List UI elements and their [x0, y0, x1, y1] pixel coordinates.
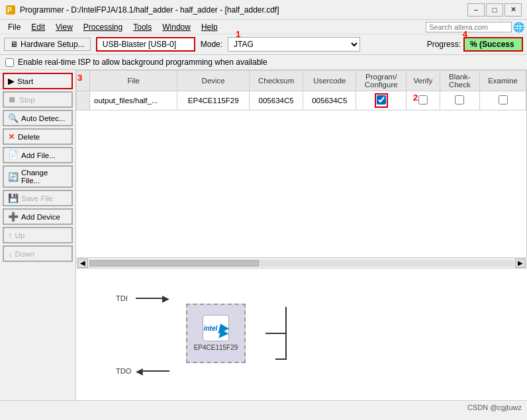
- tdi-label: TDI: [116, 294, 136, 302]
- menu-processing[interactable]: Processing: [78, 21, 128, 33]
- chip-label: EP4CE115F29: [194, 344, 238, 351]
- tdi-row: TDI ▶: [116, 293, 287, 304]
- sidebar: ▶ Start ⏹ Stop 🔍 Auto Detec... ✕ Delete …: [0, 70, 76, 400]
- verify-cell[interactable]: [407, 91, 440, 110]
- col-file: File: [90, 71, 177, 91]
- change-file-label: Change File...: [21, 169, 68, 185]
- add-file-label: Add File...: [21, 151, 56, 159]
- menu-file[interactable]: File: [3, 21, 26, 33]
- add-file-button[interactable]: 📄 Add File...: [3, 147, 73, 163]
- toolbar: 🖥 Hardware Setup... USB-Blaster [USB-0] …: [0, 34, 527, 55]
- tdo-line: [143, 370, 169, 372]
- up-button[interactable]: ↑ Up: [3, 227, 73, 243]
- verify-checkbox[interactable]: [418, 95, 428, 105]
- annotation-2: 2: [413, 93, 418, 103]
- blaster-selector[interactable]: USB-Blaster [USB-0]: [96, 37, 195, 52]
- start-button[interactable]: ▶ Start: [3, 73, 73, 89]
- menu-edit[interactable]: Edit: [26, 21, 50, 33]
- save-file-label: Save File: [21, 194, 53, 202]
- annotation-4: 4: [463, 29, 467, 39]
- minimize-button[interactable]: −: [467, 3, 485, 17]
- horizontal-scrollbar[interactable]: ◀ ▶: [76, 257, 527, 268]
- start-icon: ▶: [8, 76, 15, 86]
- mode-select[interactable]: JTAG: [228, 37, 360, 52]
- play-icon: ▶: [218, 321, 228, 335]
- auto-detect-button[interactable]: 🔍 Auto Detec...: [3, 110, 73, 126]
- auto-detect-label: Auto Detec...: [21, 114, 65, 122]
- diagram-area: TDI ▶ intel ▶ EP4CE115F29: [76, 268, 527, 400]
- menu-bar: File Edit View Processing Tools Window H…: [0, 20, 527, 34]
- isp-row: Enable real-time ISP to allow background…: [0, 55, 527, 70]
- col-usercode: Usercode: [303, 71, 356, 91]
- menu-window[interactable]: Window: [157, 21, 196, 33]
- delete-button[interactable]: ✕ Delete: [3, 128, 73, 145]
- row-number: [77, 91, 90, 110]
- add-device-label: Add Device: [21, 213, 60, 221]
- down-button[interactable]: ↓ Down: [3, 245, 73, 262]
- examine-checkbox[interactable]: [499, 95, 508, 105]
- table-row: output_files/half_... EP4CE115F29 005634…: [77, 91, 526, 110]
- add-device-icon: ➕: [8, 212, 19, 222]
- chip-box: intel ▶ EP4CE115F29: [186, 304, 246, 363]
- hardware-setup-button[interactable]: 🖥 Hardware Setup...: [4, 38, 91, 51]
- add-file-icon: 📄: [8, 150, 19, 160]
- close-button[interactable]: ✕: [504, 3, 522, 17]
- tdi-arrow: ▶: [136, 293, 169, 304]
- svg-text:P: P: [7, 7, 12, 14]
- change-file-button[interactable]: 🔄 Change File...: [3, 165, 73, 188]
- window-controls: − □ ✕: [467, 3, 522, 17]
- down-label: Down: [15, 250, 34, 258]
- scroll-track[interactable]: [89, 260, 514, 267]
- tdo-arrow: ◀: [136, 366, 169, 376]
- col-device: Device: [177, 71, 249, 91]
- blank-check-checkbox[interactable]: [455, 95, 464, 105]
- add-device-button[interactable]: ➕ Add Device: [3, 208, 73, 225]
- program-checkbox[interactable]: [377, 95, 386, 105]
- col-examine: Examine: [480, 71, 526, 91]
- isp-checkbox[interactable]: [5, 58, 14, 67]
- main-content: ▶ Start ⏹ Stop 🔍 Auto Detec... ✕ Delete …: [0, 70, 527, 400]
- maximize-button[interactable]: □: [486, 3, 503, 17]
- change-file-icon: 🔄: [8, 172, 19, 182]
- scroll-right-button[interactable]: ▶: [515, 259, 526, 268]
- start-label: Start: [17, 77, 33, 85]
- up-label: Up: [15, 231, 25, 239]
- examine-cell[interactable]: [480, 91, 526, 110]
- vertical-line: [285, 307, 287, 360]
- tdo-arrowhead: ◀: [136, 366, 143, 376]
- annotation-1: 1: [236, 29, 240, 39]
- menu-help[interactable]: Help: [196, 21, 223, 33]
- scroll-thumb[interactable]: [89, 260, 259, 267]
- blank-check-cell[interactable]: [440, 91, 479, 110]
- col-blank-check: Blank-Check: [440, 71, 479, 91]
- program-cell[interactable]: 2: [356, 91, 407, 110]
- menu-view[interactable]: View: [50, 21, 78, 33]
- save-file-button[interactable]: 💾 Save File: [3, 190, 73, 206]
- col-checksum: Checksum: [249, 71, 303, 91]
- tdi-line: [136, 298, 162, 299]
- right-panel: 3 File Device Checksum Usercode Program/…: [76, 70, 527, 400]
- program-checkbox-border: [375, 93, 388, 108]
- app-icon: P: [5, 5, 16, 15]
- down-icon: ↓: [8, 249, 13, 259]
- checksum-cell: 005634C5: [249, 91, 303, 110]
- stop-button[interactable]: ⏹ Stop: [3, 91, 73, 108]
- menu-tools[interactable]: Tools: [128, 21, 157, 33]
- table-area[interactable]: 3 File Device Checksum Usercode Program/…: [76, 70, 527, 257]
- delete-label: Delete: [18, 133, 40, 141]
- usercode-cell: 005634C5: [303, 91, 356, 110]
- chip-right-lines: [265, 307, 287, 360]
- search-input[interactable]: [426, 22, 512, 32]
- up-icon: ↑: [8, 230, 13, 240]
- chip-row: intel ▶ EP4CE115F29: [116, 304, 287, 363]
- tdo-label: TDO: [116, 367, 136, 375]
- intel-label: intel: [204, 325, 218, 332]
- scroll-left-button[interactable]: ◀: [77, 259, 88, 268]
- annotation-3: 3: [77, 73, 82, 83]
- save-file-icon: 💾: [8, 193, 19, 203]
- tdo-row: TDO ◀: [116, 366, 287, 376]
- right-line: [265, 333, 285, 334]
- isp-label: Enable real-time ISP to allow background…: [18, 58, 267, 67]
- tdi-arrowhead: ▶: [162, 293, 169, 304]
- title-bar: P Programmer - D:/IntelFPJA/18.1/half_ad…: [0, 0, 527, 20]
